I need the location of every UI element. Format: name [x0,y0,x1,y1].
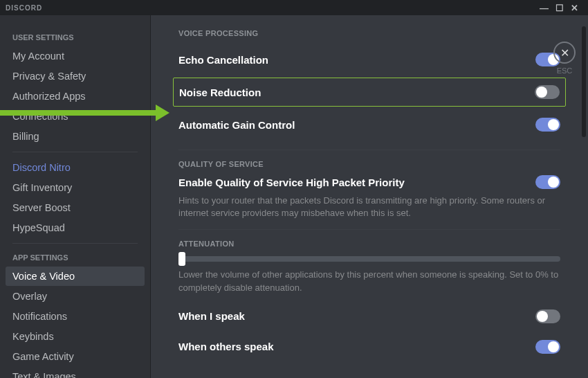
settings-sidebar: USER SETTINGS My Account Privacy & Safet… [0,15,151,378]
section-heading-qos: QUALITY OF SERVICE [178,160,560,168]
sidebar-item-keybinds[interactable]: Keybinds [6,327,145,346]
section-divider [178,150,560,150]
label-qos: Enable Quality of Service High Packet Pr… [178,177,535,188]
scrollbar[interactable] [582,26,586,137]
toggle-agc[interactable] [535,118,560,132]
sidebar-item-my-account[interactable]: My Account [6,46,145,66]
slider-attenuation[interactable] [178,256,560,262]
desc-qos: Hints to your router that the packets Di… [178,195,560,219]
toggle-noise-reduction[interactable] [535,85,560,99]
sidebar-heading-user: USER SETTINGS [6,29,145,46]
sidebar-item-notifications[interactable]: Notifications [6,307,145,326]
row-noise-reduction: Noise Reduction [173,78,566,107]
row-when-i-speak: When I speak [178,301,560,332]
sidebar-item-privacy[interactable]: Privacy & Safety [6,66,145,86]
sidebar-item-authorized-apps[interactable]: Authorized Apps [6,87,145,106]
sidebar-item-game-activity[interactable]: Game Activity [6,347,145,366]
minimize-icon[interactable]: — [537,3,552,12]
app-wordmark: DISCORD [6,4,537,12]
section-divider [178,229,560,230]
settings-content: VOICE PROCESSING Echo Cancellation Noise… [151,15,588,378]
label-when-others-speak: When others speak [178,341,535,352]
label-when-i-speak: When I speak [178,310,535,322]
label-agc: Automatic Gain Control [178,119,535,131]
close-settings-area: ✕ ESC [553,42,576,75]
row-when-others-speak: When others speak [178,332,560,354]
slider-thumb[interactable] [178,252,185,266]
toggle-when-others-speak[interactable] [535,340,560,354]
sidebar-item-hype[interactable]: HypeSquad [6,218,145,237]
sidebar-heading-app: APP SETTINGS [6,249,145,266]
titlebar: DISCORD — ☐ ✕ [0,0,588,15]
sidebar-separator [12,243,138,244]
label-noise-reduction: Noise Reduction [179,87,535,98]
sidebar-separator [12,152,138,152]
close-settings-label: ESC [553,66,576,75]
row-echo-cancellation: Echo Cancellation [178,44,560,75]
desc-attenuation: Lower the volume of other applications b… [178,269,560,294]
close-settings-button[interactable]: ✕ [553,42,576,64]
section-heading-attenuation: ATTENUATION [178,240,560,248]
sidebar-item-nitro[interactable]: Discord Nitro [6,158,145,177]
toggle-when-i-speak[interactable] [535,309,560,323]
label-echo-cancellation: Echo Cancellation [178,54,535,66]
sidebar-item-voice[interactable]: Voice & Video [6,267,145,286]
sidebar-item-boost[interactable]: Server Boost [6,198,145,217]
close-window-icon[interactable]: ✕ [567,3,582,12]
sidebar-item-text-images[interactable]: Text & Images [6,367,145,378]
close-icon: ✕ [560,46,569,60]
sidebar-item-gift[interactable]: Gift Inventory [6,178,145,197]
toggle-qos[interactable] [535,175,560,189]
sidebar-item-billing[interactable]: Billing [6,127,145,146]
row-agc: Automatic Gain Control [178,109,560,140]
sidebar-item-connections[interactable]: Connections [6,107,145,126]
maximize-icon[interactable]: ☐ [552,3,567,12]
section-heading-voice-processing: VOICE PROCESSING [178,29,560,37]
sidebar-item-overlay[interactable]: Overlay [6,287,145,306]
